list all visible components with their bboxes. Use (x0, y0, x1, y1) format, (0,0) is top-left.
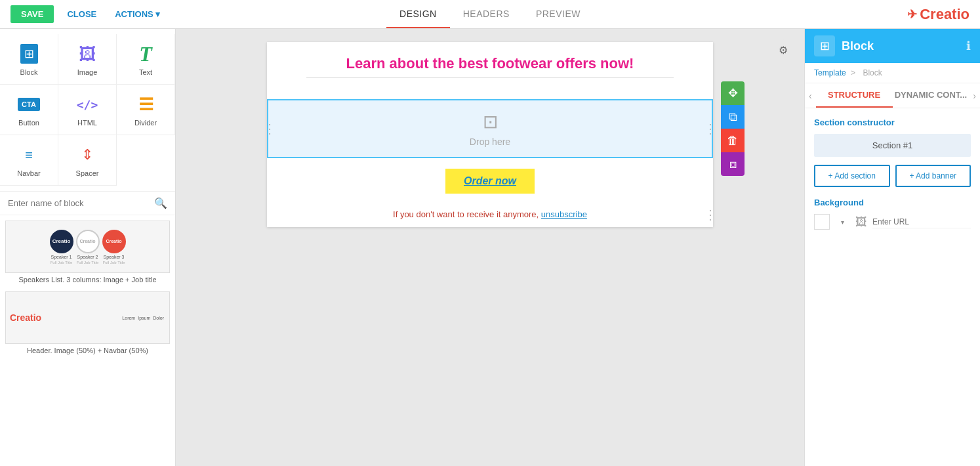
drop-zone-section: ⋮ ⊡ Drop here ⋮ ✥ ⧉ 🗑 ⧈ (267, 99, 713, 158)
breadcrumb-separator: > (851, 68, 855, 77)
speaker-name-3: Speaker 3 (104, 255, 125, 259)
breadcrumb-current: Block (863, 68, 882, 77)
button-icon: CTA (17, 93, 41, 116)
topbar: SAVE CLOSE ACTIONS DESIGN HEADERS PREVIE… (0, 0, 980, 29)
footer-dots-right[interactable]: ⋮ (704, 207, 717, 222)
bg-image-icon[interactable]: 🖼 (855, 215, 867, 229)
settings-icon[interactable]: ⚙ (773, 39, 794, 60)
spacer-icon: ⇕ (75, 143, 99, 167)
section-item-1[interactable]: Section #1 (814, 134, 971, 157)
footer-text-before: If you don't want to receive it anymore, (393, 209, 539, 219)
speaker-title-3: Full Job Title (103, 261, 125, 265)
search-icon[interactable]: 🔍 (154, 197, 167, 209)
section-copy-button[interactable]: ⧉ (721, 105, 745, 129)
breadcrumb-template-link[interactable]: Template (814, 68, 846, 77)
email-footer-section: ⋮ If you don't want to receive it anymor… (267, 201, 713, 227)
template-preview-header-navbar: Creatio Lorem Ipsum Dolor (5, 291, 170, 344)
main-layout: ⊞ Block 🖼 Image T Text CTA (0, 29, 980, 466)
order-now-section: Order now (267, 161, 713, 201)
background-label: Background (814, 198, 971, 207)
block-label: Block (20, 68, 38, 76)
block-item-block[interactable]: ⊞ Block (0, 34, 58, 85)
tab-headers[interactable]: HEADERS (450, 1, 523, 28)
panel-info-icon[interactable]: ℹ (966, 39, 971, 53)
block-item-button[interactable]: CTA Button (0, 85, 58, 135)
avatar-3: Creatio (102, 230, 126, 253)
add-section-button[interactable]: + Add section (814, 165, 890, 187)
header-nav-preview: Creatio Lorem Ipsum Dolor (6, 292, 169, 343)
tab-dynamic-content[interactable]: DYNAMIC CONT... (893, 83, 970, 108)
right-tabs: ‹ STRUCTURE DYNAMIC CONT... › (805, 83, 980, 108)
actions-button[interactable]: ACTIONS (110, 7, 165, 22)
block-item-text[interactable]: T Text (117, 34, 175, 85)
avatar-2: Creatio (76, 230, 100, 253)
email-header: Learn about the best footwear offers now… (267, 42, 713, 96)
order-now-button[interactable]: Order now (445, 169, 535, 194)
block-item-divider[interactable]: ☰ Divider (117, 85, 175, 135)
bg-color-picker[interactable] (814, 214, 830, 230)
left-panel: ⊞ Block 🖼 Image T Text CTA (0, 29, 176, 466)
right-panel: ⊞ Block ℹ Template > Block ‹ STRUCTURE D… (804, 29, 980, 466)
speaker-title-1: Full Job Title (51, 261, 73, 265)
html-label: HTML (77, 119, 97, 127)
nav-items-preview: Lorem Ipsum Dolor (45, 316, 164, 320)
navbar-label: Navbar (17, 169, 40, 177)
drop-zone-icon: ⊡ (483, 111, 498, 133)
search-input[interactable] (8, 198, 149, 208)
nav-item-1: Lorem (122, 316, 135, 320)
block-item-spacer[interactable]: ⇕ Spacer (58, 135, 117, 186)
template-preview-speakers: Creatio Speaker 1 Full Job Title Creatio… (5, 221, 170, 273)
speaker-name-2: Speaker 2 (77, 255, 98, 259)
section-move-button[interactable]: ✥ (721, 81, 745, 105)
tab-design[interactable]: DESIGN (386, 1, 450, 28)
nav-item-3: Dolor (153, 316, 164, 320)
block-icon: ⊞ (17, 42, 41, 66)
speaker-title-2: Full Job Title (77, 261, 99, 265)
spacer-label: Spacer (76, 169, 99, 177)
section-delete-button[interactable]: 🗑 (721, 129, 745, 152)
bg-dropdown-arrow[interactable]: ▾ (835, 214, 850, 230)
image-icon: 🖼 (75, 42, 99, 66)
button-label: Button (18, 119, 39, 127)
right-panel-header: ⊞ Block ℹ (805, 29, 980, 63)
avatar-1: Creatio (50, 230, 73, 253)
template-item-header-navbar[interactable]: Creatio Lorem Ipsum Dolor Header. Image … (5, 291, 170, 354)
speaker-card-1: Creatio Speaker 1 Full Job Title (50, 230, 73, 265)
divider-icon: ☰ (134, 93, 157, 116)
right-tab-forward-arrow[interactable]: › (969, 83, 980, 108)
search-bar: 🔍 (0, 192, 175, 215)
speaker-name-1: Speaker 1 (51, 255, 72, 259)
tab-structure[interactable]: STRUCTURE (816, 83, 893, 108)
close-button[interactable]: CLOSE (62, 7, 102, 22)
block-item-html[interactable]: </> HTML (58, 85, 117, 135)
block-item-navbar[interactable]: ≡ Navbar (0, 135, 58, 186)
drop-zone[interactable]: ⊡ Drop here (267, 99, 713, 158)
save-button[interactable]: SAVE (10, 5, 54, 23)
section-actions: ✥ ⧉ 🗑 ⧈ (721, 81, 745, 176)
right-tab-back-arrow[interactable]: ‹ (805, 83, 816, 108)
canvas-area: ⚙ Learn about the best footwear offers n… (176, 29, 804, 466)
section-constructor-label: Section constructor (814, 117, 971, 127)
tab-preview[interactable]: PREVIEW (523, 1, 594, 28)
speakers-preview: Creatio Speaker 1 Full Job Title Creatio… (45, 224, 131, 270)
section-dots-right[interactable]: ⋮ (704, 121, 717, 137)
template-item-speakers[interactable]: Creatio Speaker 1 Full Job Title Creatio… (5, 221, 170, 284)
background-controls: ▾ 🖼 (814, 214, 971, 230)
topbar-tabs: DESIGN HEADERS PREVIEW (386, 1, 594, 28)
add-banner-button[interactable]: + Add banner (895, 165, 971, 187)
navbar-icon: ≡ (17, 143, 41, 167)
creatio-logo: ✈ Creatio (907, 6, 970, 23)
speaker-card-3: Creatio Speaker 3 Full Job Title (102, 230, 126, 265)
section-buttons: + Add section + Add banner (814, 165, 971, 187)
breadcrumb: Template > Block (805, 63, 980, 83)
email-canvas: Learn about the best footwear offers now… (267, 42, 713, 227)
image-label: Image (77, 68, 98, 76)
divider-label: Divider (134, 119, 157, 127)
bg-url-input[interactable] (872, 216, 971, 228)
footer-unsubscribe-link[interactable]: unsubscribe (541, 209, 587, 219)
nav-item-2: Ipsum (138, 316, 150, 320)
section-dots-left[interactable]: ⋮ (263, 121, 276, 137)
block-item-image[interactable]: 🖼 Image (58, 34, 117, 85)
section-duplicate-button[interactable]: ⧈ (721, 152, 745, 176)
creatio-plane-icon: ✈ (907, 7, 917, 22)
